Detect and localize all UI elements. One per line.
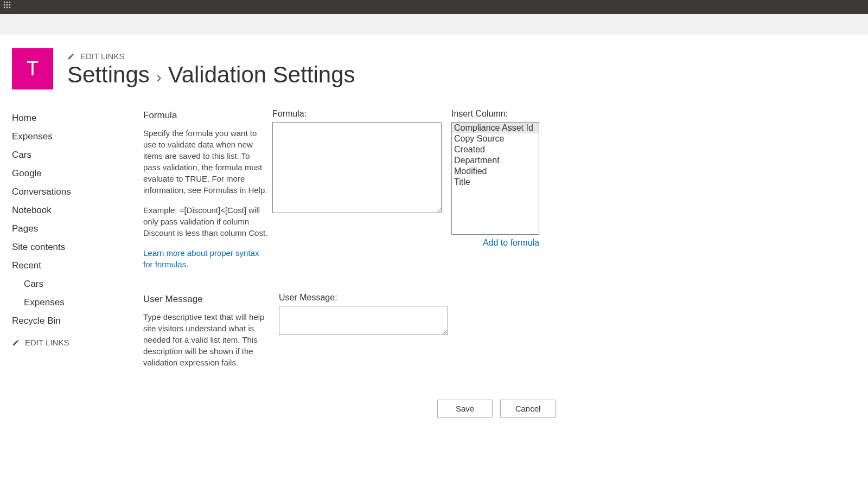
user-message-field-label: User Message: — [279, 293, 448, 303]
app-launcher-icon[interactable] — [0, 0, 14, 14]
insert-column-listbox[interactable]: Compliance Asset Id Copy Source Created … — [451, 122, 539, 235]
nav-notebook[interactable]: Notebook — [12, 201, 126, 220]
edit-links-side[interactable]: EDIT LINKS — [12, 330, 126, 355]
column-option[interactable]: Copy Source — [452, 133, 539, 144]
nav-conversations[interactable]: Conversations — [12, 183, 126, 201]
nav-home[interactable]: Home — [12, 109, 126, 127]
nav-recycle-bin[interactable]: Recycle Bin — [12, 312, 126, 330]
nav-expenses[interactable]: Expenses — [12, 127, 126, 146]
insert-column-label: Insert Column: — [451, 109, 539, 119]
column-option[interactable]: Department — [452, 155, 539, 166]
user-message-input[interactable] — [279, 306, 448, 335]
svg-rect-5 — [9, 4, 11, 6]
site-logo-letter: T — [27, 57, 39, 80]
nav-pages[interactable]: Pages — [12, 220, 126, 238]
column-option[interactable]: Created — [452, 144, 539, 155]
nav-recent[interactable]: Recent — [12, 256, 126, 275]
user-message-heading: User Message — [143, 293, 268, 306]
nav-site-contents[interactable]: Site contents — [12, 238, 126, 256]
nav-cars[interactable]: Cars — [12, 146, 126, 164]
formula-heading: Formula — [143, 109, 268, 122]
svg-rect-4 — [7, 4, 8, 6]
nav-recent-cars[interactable]: Cars — [12, 275, 126, 293]
svg-rect-0 — [4, 2, 5, 3]
svg-rect-2 — [9, 2, 11, 3]
site-logo[interactable]: T — [12, 48, 53, 89]
svg-rect-6 — [4, 7, 5, 9]
svg-rect-8 — [9, 7, 11, 9]
breadcrumb-parent[interactable]: Settings — [67, 62, 150, 88]
page-title: Settings › Validation Settings — [67, 62, 355, 88]
formula-input[interactable] — [272, 122, 442, 213]
column-option[interactable]: Compliance Asset Id — [452, 123, 539, 133]
column-option[interactable]: Modified — [452, 166, 539, 177]
formula-desc-2: Example: =[Discount]<[Cost] will only pa… — [143, 204, 268, 239]
user-message-desc: Type descriptive text that will help sit… — [143, 311, 268, 368]
pencil-icon — [67, 53, 75, 60]
add-to-formula-link[interactable]: Add to formula — [451, 238, 539, 248]
breadcrumb-current: Validation Settings — [168, 62, 355, 88]
nav-google[interactable]: Google — [12, 164, 126, 183]
save-button[interactable]: Save — [437, 400, 493, 418]
edit-links-side-label: EDIT LINKS — [25, 338, 69, 347]
ribbon-area — [0, 14, 868, 34]
learn-more-link[interactable]: Learn more about proper syntax for formu… — [143, 248, 259, 269]
edit-links-top-label: EDIT LINKS — [80, 52, 124, 61]
nav-recent-expenses[interactable]: Expenses — [12, 293, 126, 312]
svg-rect-3 — [4, 4, 5, 6]
column-option[interactable]: Title — [452, 177, 539, 188]
svg-rect-1 — [7, 2, 8, 3]
edit-links-top[interactable]: EDIT LINKS — [67, 52, 355, 61]
left-nav: Home Expenses Cars Google Conversations … — [12, 109, 126, 418]
svg-rect-7 — [7, 7, 8, 9]
formula-desc-1: Specify the formula you want to use to v… — [143, 127, 268, 196]
formula-field-label: Formula: — [272, 109, 442, 119]
pencil-icon — [12, 339, 20, 346]
cancel-button[interactable]: Cancel — [500, 400, 556, 418]
breadcrumb-separator: › — [156, 68, 162, 86]
